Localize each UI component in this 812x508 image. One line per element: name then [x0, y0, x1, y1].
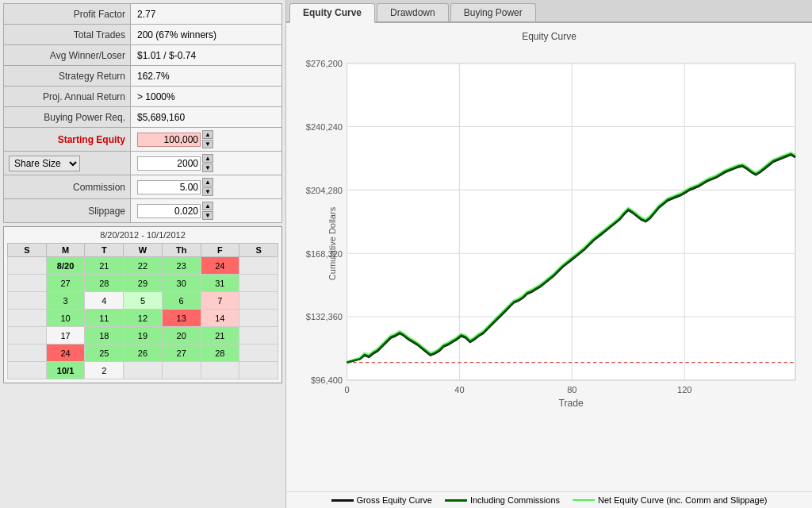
chart-legend: Gross Equity Curve Including Commissions…: [286, 491, 812, 508]
cal-cell[interactable]: 8/20: [46, 257, 85, 275]
cal-cell[interactable]: 10/1: [46, 362, 85, 379]
starting-equity-label: Starting Equity: [58, 134, 125, 145]
cal-cell[interactable]: 25: [85, 344, 124, 362]
cal-cell: [8, 362, 47, 379]
stat-label: Total Trades: [4, 25, 131, 45]
cal-cell[interactable]: 2: [85, 362, 124, 379]
svg-text:$204,280: $204,280: [306, 186, 343, 195]
cal-header: F: [201, 244, 239, 257]
calendar-section: 8/20/2012 - 10/1/2012 SMTWThFS 8/2021222…: [3, 226, 282, 383]
cal-header: S: [8, 244, 47, 257]
y-axis-label: Cumulative Dollars: [327, 207, 337, 280]
cal-cell[interactable]: 26: [124, 344, 163, 362]
cal-cell: [239, 310, 278, 327]
share-size-down[interactable]: ▼: [202, 164, 213, 172]
tab-equity-curve[interactable]: Equity Curve: [289, 3, 375, 23]
cal-row: 8/2021222324: [8, 257, 278, 275]
tab-drawdown[interactable]: Drawdown: [377, 3, 449, 21]
cal-cell: [8, 344, 47, 362]
cal-cell[interactable]: 28: [85, 275, 124, 292]
cal-cell[interactable]: 18: [85, 327, 124, 344]
cal-header: W: [124, 244, 163, 257]
share-size-input[interactable]: [137, 156, 201, 171]
cal-cell[interactable]: 22: [124, 257, 163, 275]
svg-text:$96,400: $96,400: [311, 375, 343, 385]
stat-label: Strategy Return: [4, 66, 131, 87]
commission-up[interactable]: ▲: [202, 178, 213, 187]
commission-container: ▲ ▼: [137, 178, 277, 196]
tab-buying-power[interactable]: Buying Power: [450, 3, 536, 21]
stat-row: Proj. Annual Return> 1000%: [4, 87, 282, 107]
cal-row: 2728293031: [8, 275, 278, 292]
cal-cell[interactable]: 4: [85, 292, 124, 310]
cal-cell[interactable]: 17: [46, 327, 85, 344]
cal-cell[interactable]: 30: [162, 275, 201, 292]
cal-cell[interactable]: 27: [162, 344, 201, 362]
cal-cell[interactable]: 13: [162, 310, 201, 327]
cal-cell[interactable]: 10: [46, 310, 85, 327]
cal-cell[interactable]: 24: [201, 257, 239, 275]
cal-cell: [8, 327, 47, 344]
stats-table: Profit Factor2.77Total Trades200 (67% wi…: [3, 3, 282, 223]
cal-cell[interactable]: 29: [124, 275, 163, 292]
starting-equity-container: ▲ ▼: [137, 130, 277, 148]
cal-cell: [239, 292, 278, 310]
cal-header: T: [85, 244, 124, 257]
cal-cell[interactable]: 11: [85, 310, 124, 327]
cal-cell[interactable]: 31: [201, 275, 239, 292]
cal-cell[interactable]: 5: [124, 292, 163, 310]
cal-cell[interactable]: 28: [201, 344, 239, 362]
cal-cell[interactable]: 7: [201, 292, 239, 310]
svg-text:Trade: Trade: [559, 398, 584, 409]
svg-text:40: 40: [454, 385, 464, 394]
legend-gross-label: Gross Equity Curve: [357, 495, 432, 505]
slippage-input[interactable]: [137, 204, 201, 218]
cal-cell: [124, 362, 163, 379]
cal-cell[interactable]: 24: [46, 344, 85, 362]
cal-cell: [8, 257, 47, 275]
cal-cell[interactable]: 19: [124, 327, 163, 344]
cal-row: 2425262728: [8, 344, 278, 362]
legend-gross: Gross Equity Curve: [331, 495, 432, 505]
slippage-spinner: ▲ ▼: [202, 202, 213, 220]
cal-cell[interactable]: 14: [201, 310, 239, 327]
cal-cell[interactable]: 23: [162, 257, 201, 275]
stat-row: Buying Power Req.$5,689,160: [4, 107, 282, 128]
cal-cell: [239, 275, 278, 292]
share-size-select[interactable]: Share Size: [9, 156, 80, 171]
cal-cell: [239, 327, 278, 344]
slippage-up[interactable]: ▲: [202, 202, 213, 210]
cal-cell: [201, 362, 239, 379]
share-size-up[interactable]: ▲: [202, 154, 213, 163]
cal-cell[interactable]: 27: [46, 275, 85, 292]
starting-equity-up[interactable]: ▲: [202, 130, 213, 139]
cal-cell[interactable]: 12: [124, 310, 163, 327]
share-size-spinner: ▲ ▼: [202, 154, 213, 172]
stat-value: 200 (67% winners): [131, 25, 282, 45]
cal-cell: [8, 292, 47, 310]
cal-header: M: [46, 244, 85, 257]
stat-label: Proj. Annual Return: [4, 87, 131, 107]
slippage-down[interactable]: ▼: [202, 211, 213, 220]
commission-down[interactable]: ▼: [202, 187, 213, 196]
cal-cell: [8, 310, 47, 327]
legend-net-label: Net Equity Curve (inc. Comm and Slippage…: [598, 495, 767, 505]
cal-cell[interactable]: 21: [201, 327, 239, 344]
stat-value: $1.01 / $-0.74: [131, 45, 282, 66]
starting-equity-input[interactable]: [137, 133, 201, 147]
cal-cell[interactable]: 21: [85, 257, 124, 275]
stat-value: $5,689,160: [131, 107, 282, 128]
stat-label: Profit Factor: [4, 4, 131, 25]
cal-cell[interactable]: 20: [162, 327, 201, 344]
starting-equity-down[interactable]: ▼: [202, 140, 213, 148]
cal-cell[interactable]: 6: [162, 292, 201, 310]
cal-cell: [162, 362, 201, 379]
svg-text:80: 80: [567, 385, 576, 394]
cal-cell[interactable]: 3: [46, 292, 85, 310]
commission-input[interactable]: [137, 180, 201, 194]
cal-cell: [239, 344, 278, 362]
commission-spinner: ▲ ▼: [202, 178, 213, 196]
cal-row: 10/12: [8, 362, 278, 379]
svg-rect-0: [347, 64, 795, 380]
svg-text:120: 120: [677, 385, 691, 394]
